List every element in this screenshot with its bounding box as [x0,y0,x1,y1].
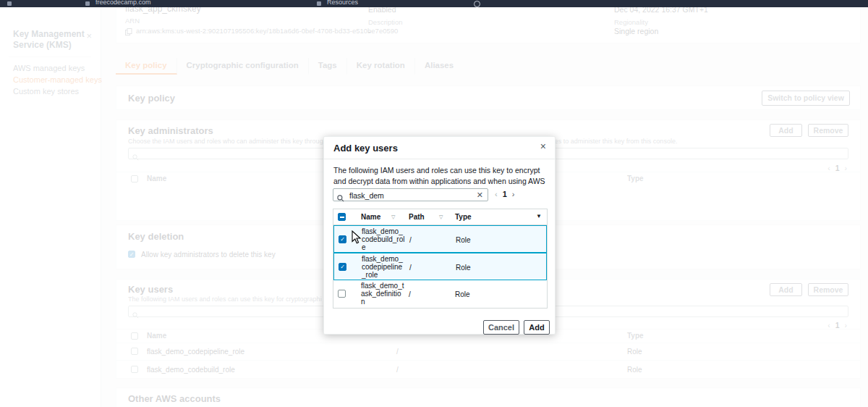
modal-search-input[interactable]: flask_dem ✕ [333,188,488,201]
modal-select-all-checkbox[interactable] [338,213,346,221]
modal-table: Name ▽ Path ▽ Type ▼ ✓ flask_demo_codebu… [333,209,548,309]
row-checkbox[interactable] [338,290,346,298]
tab-favicon [85,1,90,6]
page-number[interactable]: 1 [503,190,507,198]
table-row[interactable]: ✓ flask_demo_codebuild_role / Role [333,225,547,253]
browser-menu-icon[interactable] [7,1,12,6]
search-icon [337,192,344,205]
row-name: flask_demo_codepipeline_role [362,255,405,279]
row-type: Role [456,264,471,272]
add-button[interactable]: Add [524,320,550,335]
browser-tab-bar: freecodecamp.com Resources [0,0,868,7]
modal-table-header: Name ▽ Path ▽ Type ▼ [333,209,547,225]
modal-pagination: ‹1› [495,190,514,198]
row-type: Role [456,236,471,244]
browser-tab-resources[interactable]: Resources [327,0,358,6]
clear-search-icon[interactable]: ✕ [477,190,483,200]
prev-page-icon[interactable]: ‹ [495,190,498,198]
table-row[interactable]: ✓ flask_demo_codepipeline_role / Role [333,253,547,280]
row-name: flask_demo_task_definition [361,282,404,306]
row-checkbox[interactable]: ✓ [339,263,346,271]
sort-icon[interactable]: ▽ [439,214,443,220]
row-path: / [409,290,411,298]
modal-search-value: flask_dem [349,191,384,200]
next-page-icon[interactable]: › [512,190,515,198]
modal-col-name[interactable]: Name [361,213,380,221]
screen: freecodecamp.com Resources Key Managemen… [0,0,868,407]
cancel-button[interactable]: Cancel [483,320,519,335]
tab-favicon [317,1,321,6]
check-icon: ✓ [340,264,345,270]
modal-col-type[interactable]: Type [455,213,472,221]
browser-profile-icon[interactable] [474,1,480,7]
modal-col-path[interactable]: Path [409,213,425,221]
mouse-cursor [352,230,362,248]
modal-title: Add key users [333,143,398,154]
divider [324,159,555,159]
row-type: Role [455,290,470,298]
sort-icon[interactable]: ▽ [391,214,395,220]
check-icon: ✓ [340,236,345,243]
filter-icon[interactable]: ▼ [536,213,542,219]
modal-close-icon[interactable]: × [540,140,546,152]
row-checkbox[interactable]: ✓ [339,235,346,243]
row-name: flask_demo_codebuild_role [362,227,405,251]
browser-tab-site[interactable]: freecodecamp.com [95,0,151,6]
row-path: / [409,264,412,272]
table-row[interactable]: flask_demo_task_definition / Role [333,280,547,308]
row-path: / [409,236,412,244]
